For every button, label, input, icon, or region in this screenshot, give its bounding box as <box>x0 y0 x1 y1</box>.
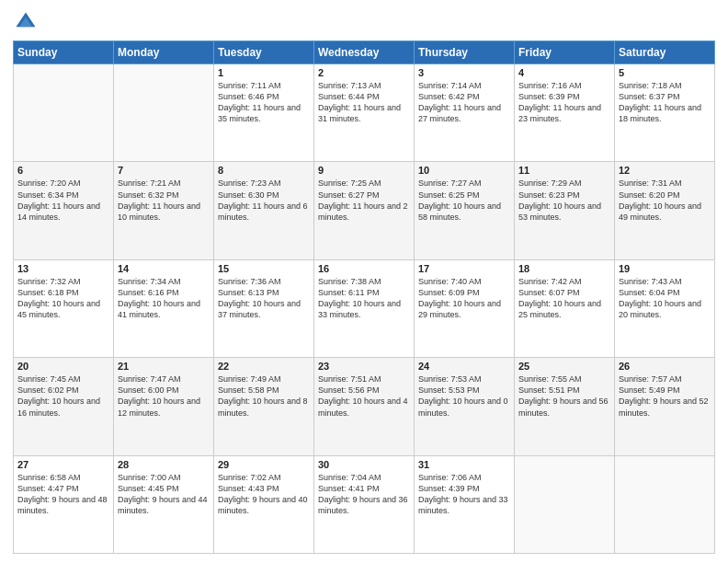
calendar-cell: 11Sunrise: 7:29 AMSunset: 6:23 PMDayligh… <box>515 162 615 259</box>
day-info: Sunrise: 7:36 AMSunset: 6:13 PMDaylight:… <box>218 276 310 321</box>
logo-icon <box>13 9 39 35</box>
day-number: 15 <box>218 263 310 274</box>
day-info: Sunrise: 7:06 AMSunset: 4:39 PMDaylight:… <box>418 472 510 517</box>
day-number: 17 <box>418 263 510 274</box>
calendar-cell: 8Sunrise: 7:23 AMSunset: 6:30 PMDaylight… <box>214 162 314 259</box>
day-number: 27 <box>17 459 109 470</box>
logo <box>13 9 42 35</box>
day-number: 2 <box>318 67 410 78</box>
calendar-week-row: 6Sunrise: 7:20 AMSunset: 6:34 PMDaylight… <box>14 162 715 259</box>
calendar-cell: 18Sunrise: 7:42 AMSunset: 6:07 PMDayligh… <box>515 259 615 357</box>
day-number: 13 <box>17 263 109 274</box>
day-info: Sunrise: 7:45 AMSunset: 6:02 PMDaylight:… <box>17 373 109 419</box>
calendar-cell: 17Sunrise: 7:40 AMSunset: 6:09 PMDayligh… <box>415 259 515 357</box>
calendar-header-wednesday: Wednesday <box>314 41 415 64</box>
calendar-cell: 27Sunrise: 6:58 AMSunset: 4:47 PMDayligh… <box>14 455 114 553</box>
calendar-cell: 24Sunrise: 7:53 AMSunset: 5:53 PMDayligh… <box>415 358 515 455</box>
day-info: Sunrise: 7:27 AMSunset: 6:25 PMDaylight:… <box>418 178 510 223</box>
day-number: 30 <box>318 459 410 470</box>
calendar-header-friday: Friday <box>515 41 615 64</box>
calendar-cell: 21Sunrise: 7:47 AMSunset: 6:00 PMDayligh… <box>114 358 214 455</box>
calendar-cell: 23Sunrise: 7:51 AMSunset: 5:56 PMDayligh… <box>314 358 415 455</box>
day-info: Sunrise: 7:18 AMSunset: 6:37 PMDaylight:… <box>619 80 711 125</box>
day-number: 6 <box>17 165 109 176</box>
calendar-cell: 19Sunrise: 7:43 AMSunset: 6:04 PMDayligh… <box>615 259 715 357</box>
calendar-cell: 15Sunrise: 7:36 AMSunset: 6:13 PMDayligh… <box>214 259 314 357</box>
calendar-cell <box>515 455 615 553</box>
calendar-cell: 14Sunrise: 7:34 AMSunset: 6:16 PMDayligh… <box>114 259 214 357</box>
calendar-header-saturday: Saturday <box>615 41 715 64</box>
day-number: 5 <box>619 67 711 78</box>
day-info: Sunrise: 7:31 AMSunset: 6:20 PMDaylight:… <box>619 178 711 223</box>
calendar-cell: 31Sunrise: 7:06 AMSunset: 4:39 PMDayligh… <box>415 455 515 553</box>
day-info: Sunrise: 7:02 AMSunset: 4:43 PMDaylight:… <box>218 472 310 517</box>
day-info: Sunrise: 7:20 AMSunset: 6:34 PMDaylight:… <box>17 178 109 223</box>
day-number: 3 <box>418 67 510 78</box>
day-info: Sunrise: 7:11 AMSunset: 6:46 PMDaylight:… <box>218 80 310 125</box>
day-number: 23 <box>318 361 410 372</box>
day-number: 19 <box>619 263 711 274</box>
header <box>13 9 715 35</box>
day-number: 8 <box>218 165 310 176</box>
calendar-cell: 3Sunrise: 7:14 AMSunset: 6:42 PMDaylight… <box>415 64 515 162</box>
day-info: Sunrise: 7:00 AMSunset: 4:45 PMDaylight:… <box>118 472 210 517</box>
day-number: 21 <box>118 361 210 372</box>
day-info: Sunrise: 7:40 AMSunset: 6:09 PMDaylight:… <box>418 276 510 321</box>
calendar-cell: 12Sunrise: 7:31 AMSunset: 6:20 PMDayligh… <box>615 162 715 259</box>
calendar-cell <box>114 64 214 162</box>
calendar-cell: 30Sunrise: 7:04 AMSunset: 4:41 PMDayligh… <box>314 455 415 553</box>
calendar-header-monday: Monday <box>114 41 214 64</box>
calendar-cell: 6Sunrise: 7:20 AMSunset: 6:34 PMDaylight… <box>14 162 114 259</box>
calendar-cell: 28Sunrise: 7:00 AMSunset: 4:45 PMDayligh… <box>114 455 214 553</box>
day-number: 14 <box>118 263 210 274</box>
calendar-table: SundayMondayTuesdayWednesdayThursdayFrid… <box>13 40 715 554</box>
day-info: Sunrise: 7:43 AMSunset: 6:04 PMDaylight:… <box>619 276 711 321</box>
calendar-cell: 1Sunrise: 7:11 AMSunset: 6:46 PMDaylight… <box>214 64 314 162</box>
day-info: Sunrise: 7:53 AMSunset: 5:53 PMDaylight:… <box>418 373 510 419</box>
day-info: Sunrise: 7:14 AMSunset: 6:42 PMDaylight:… <box>418 80 510 125</box>
calendar-week-row: 13Sunrise: 7:32 AMSunset: 6:18 PMDayligh… <box>14 259 715 357</box>
day-info: Sunrise: 7:49 AMSunset: 5:58 PMDaylight:… <box>218 373 310 419</box>
calendar-cell: 20Sunrise: 7:45 AMSunset: 6:02 PMDayligh… <box>14 358 114 455</box>
day-info: Sunrise: 7:25 AMSunset: 6:27 PMDaylight:… <box>318 178 410 223</box>
calendar-week-row: 27Sunrise: 6:58 AMSunset: 4:47 PMDayligh… <box>14 455 715 553</box>
day-info: Sunrise: 7:42 AMSunset: 6:07 PMDaylight:… <box>518 276 610 321</box>
day-number: 18 <box>518 263 610 274</box>
calendar-cell: 25Sunrise: 7:55 AMSunset: 5:51 PMDayligh… <box>515 358 615 455</box>
calendar-cell: 7Sunrise: 7:21 AMSunset: 6:32 PMDaylight… <box>114 162 214 259</box>
day-info: Sunrise: 7:21 AMSunset: 6:32 PMDaylight:… <box>118 178 210 223</box>
day-number: 31 <box>418 459 510 470</box>
calendar-cell <box>14 64 114 162</box>
calendar-cell: 10Sunrise: 7:27 AMSunset: 6:25 PMDayligh… <box>415 162 515 259</box>
calendar-cell: 9Sunrise: 7:25 AMSunset: 6:27 PMDaylight… <box>314 162 415 259</box>
day-number: 10 <box>418 165 510 176</box>
day-number: 16 <box>318 263 410 274</box>
calendar-cell: 4Sunrise: 7:16 AMSunset: 6:39 PMDaylight… <box>515 64 615 162</box>
day-number: 9 <box>318 165 410 176</box>
calendar-header-row: SundayMondayTuesdayWednesdayThursdayFrid… <box>14 41 715 64</box>
day-info: Sunrise: 7:16 AMSunset: 6:39 PMDaylight:… <box>518 80 610 125</box>
day-number: 4 <box>518 67 610 78</box>
day-info: Sunrise: 7:34 AMSunset: 6:16 PMDaylight:… <box>118 276 210 321</box>
day-number: 26 <box>619 361 711 372</box>
day-info: Sunrise: 6:58 AMSunset: 4:47 PMDaylight:… <box>17 472 109 517</box>
calendar-cell: 26Sunrise: 7:57 AMSunset: 5:49 PMDayligh… <box>615 358 715 455</box>
day-number: 11 <box>518 165 610 176</box>
calendar-cell: 2Sunrise: 7:13 AMSunset: 6:44 PMDaylight… <box>314 64 415 162</box>
day-info: Sunrise: 7:51 AMSunset: 5:56 PMDaylight:… <box>318 373 410 419</box>
day-number: 12 <box>619 165 711 176</box>
calendar-cell: 29Sunrise: 7:02 AMSunset: 4:43 PMDayligh… <box>214 455 314 553</box>
day-info: Sunrise: 7:38 AMSunset: 6:11 PMDaylight:… <box>318 276 410 321</box>
day-info: Sunrise: 7:32 AMSunset: 6:18 PMDaylight:… <box>17 276 109 321</box>
day-info: Sunrise: 7:29 AMSunset: 6:23 PMDaylight:… <box>518 178 610 223</box>
day-info: Sunrise: 7:23 AMSunset: 6:30 PMDaylight:… <box>218 178 310 223</box>
calendar-cell: 16Sunrise: 7:38 AMSunset: 6:11 PMDayligh… <box>314 259 415 357</box>
calendar-header-tuesday: Tuesday <box>214 41 314 64</box>
page: SundayMondayTuesdayWednesdayThursdayFrid… <box>0 0 728 563</box>
day-info: Sunrise: 7:55 AMSunset: 5:51 PMDaylight:… <box>518 373 610 419</box>
day-info: Sunrise: 7:47 AMSunset: 6:00 PMDaylight:… <box>118 373 210 419</box>
day-number: 7 <box>118 165 210 176</box>
day-number: 25 <box>518 361 610 372</box>
day-number: 22 <box>218 361 310 372</box>
calendar-cell: 5Sunrise: 7:18 AMSunset: 6:37 PMDaylight… <box>615 64 715 162</box>
